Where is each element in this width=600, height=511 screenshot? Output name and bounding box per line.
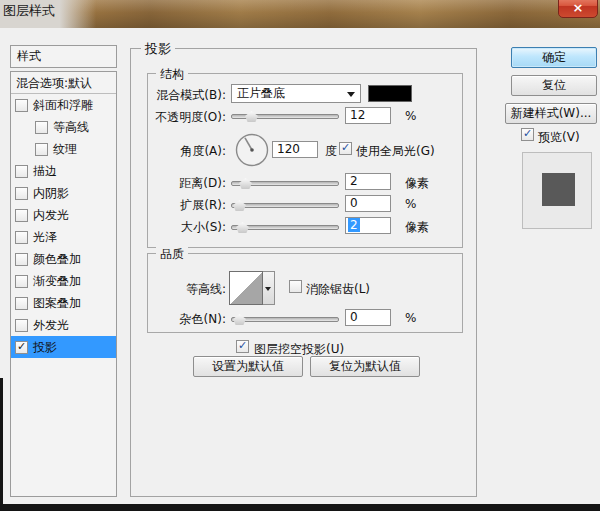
close-icon: × <box>573 0 584 15</box>
window-left-edge <box>0 378 3 504</box>
blend-mode-label: 混合模式(B): <box>128 87 226 104</box>
size-input[interactable]: 2 <box>345 217 391 234</box>
opacity-unit: % <box>405 109 416 123</box>
sidebar-item-color-overlay[interactable]: ✓ 颜色叠加 <box>11 248 116 270</box>
noise-label: 杂色(N): <box>128 311 226 328</box>
sidebar-item-satin[interactable]: ✓ 光泽 <box>11 226 116 248</box>
panel-title: 投影 <box>141 40 175 58</box>
bevel-emboss-checkbox[interactable]: ✓ <box>15 99 28 112</box>
distance-unit: 像素 <box>405 175 429 192</box>
antialias-label: 消除锯齿(L) <box>306 281 370 298</box>
sidebar-item-label: 内发光 <box>33 207 69 224</box>
sidebar-item-label: 纹理 <box>53 141 77 158</box>
contour-picker[interactable] <box>229 271 263 305</box>
noise-slider[interactable] <box>231 317 339 322</box>
contour-picker-label: 等高线: <box>128 281 226 298</box>
contour-checkbox[interactable]: ✓ <box>35 121 48 134</box>
sidebar-item-bevel-emboss[interactable]: ✓ 斜面和浮雕 <box>11 94 116 116</box>
sidebar-item-label: 图案叠加 <box>33 295 81 312</box>
sidebar-item-inner-glow[interactable]: ✓ 内发光 <box>11 204 116 226</box>
sidebar-item-label: 斜面和浮雕 <box>33 97 93 114</box>
antialias-checkbox[interactable]: ✓ <box>289 280 302 293</box>
reset-default-button[interactable]: 复位为默认值 <box>310 356 420 377</box>
sidebar-item-stroke[interactable]: ✓ 描边 <box>11 160 116 182</box>
close-button[interactable]: × <box>558 0 598 18</box>
sidebar-item-pattern-overlay[interactable]: ✓ 图案叠加 <box>11 292 116 314</box>
sidebar-item-outer-glow[interactable]: ✓ 外发光 <box>11 314 116 336</box>
structure-group-title: 结构 <box>156 66 188 83</box>
sidebar-item-blending-options[interactable]: 混合选项:默认 <box>11 72 116 94</box>
opacity-input[interactable]: 12 <box>345 107 391 124</box>
outer-glow-checkbox[interactable]: ✓ <box>15 319 28 332</box>
angle-input[interactable]: 120 <box>272 141 318 158</box>
sidebar-item-label: 外发光 <box>33 317 69 334</box>
sidebar-item-gradient-overlay[interactable]: ✓ 渐变叠加 <box>11 270 116 292</box>
styles-header-label: 样式 <box>17 49 41 63</box>
window-title: 图层样式 <box>3 2 55 20</box>
drop-shadow-checkbox[interactable]: ✓ <box>15 341 28 354</box>
global-light-label: 使用全局光(G) <box>356 143 435 160</box>
spread-slider[interactable] <box>231 203 339 208</box>
window-bottom-edge <box>0 504 600 511</box>
sidebar-effects-list: 混合选项:默认 ✓ 斜面和浮雕 ✓ 等高线 ✓ 纹理 ✓ 描边 ✓ 内阴影 ✓ … <box>10 71 117 497</box>
shadow-color-swatch[interactable] <box>368 85 412 102</box>
preview-shadow-square <box>542 173 575 206</box>
opacity-label: 不透明度(O): <box>128 109 226 126</box>
sidebar-item-texture[interactable]: ✓ 纹理 <box>11 138 116 160</box>
quality-group-title: 品质 <box>156 246 188 263</box>
distance-input[interactable]: 2 <box>345 173 391 190</box>
knockout-checkbox[interactable]: ✓ <box>236 340 249 353</box>
inner-glow-checkbox[interactable]: ✓ <box>15 209 28 222</box>
texture-checkbox[interactable]: ✓ <box>35 143 48 156</box>
color-overlay-checkbox[interactable]: ✓ <box>15 253 28 266</box>
sidebar-item-label: 投影 <box>33 339 57 356</box>
noise-input[interactable]: 0 <box>345 309 391 326</box>
spread-unit: % <box>405 197 416 211</box>
set-default-button[interactable]: 设置为默认值 <box>193 356 303 377</box>
contour-picker-arrow[interactable] <box>263 271 275 305</box>
chevron-down-icon <box>347 92 355 97</box>
sidebar-item-inner-shadow[interactable]: ✓ 内阴影 <box>11 182 116 204</box>
sidebar-item-label: 等高线 <box>53 119 89 136</box>
preview-thumbnail <box>522 152 592 229</box>
ok-button[interactable]: 确定 <box>511 47 597 68</box>
sidebar-item-contour[interactable]: ✓ 等高线 <box>11 116 116 138</box>
preview-checkbox[interactable]: ✓ <box>521 128 534 141</box>
pattern-overlay-checkbox[interactable]: ✓ <box>15 297 28 310</box>
distance-label: 距离(D): <box>128 175 226 192</box>
blending-options-label: 混合选项:默认 <box>16 76 92 90</box>
blend-mode-select[interactable]: 正片叠底 <box>231 84 361 103</box>
sidebar-item-label: 颜色叠加 <box>33 251 81 268</box>
title-bar: 图层样式 <box>0 0 600 28</box>
new-style-button[interactable]: 新建样式(W)... <box>505 103 597 124</box>
sidebar-item-label: 描边 <box>33 163 57 180</box>
gradient-overlay-checkbox[interactable]: ✓ <box>15 275 28 288</box>
angle-dial[interactable] <box>234 132 270 168</box>
sidebar-item-label: 内阴影 <box>33 185 69 202</box>
stroke-checkbox[interactable]: ✓ <box>15 165 28 178</box>
blend-mode-value: 正片叠底 <box>237 86 285 100</box>
global-light-checkbox[interactable]: ✓ <box>339 142 352 155</box>
spread-input[interactable]: 0 <box>345 195 391 212</box>
satin-checkbox[interactable]: ✓ <box>15 231 28 244</box>
selected-text: 2 <box>348 218 360 232</box>
sidebar-item-label: 光泽 <box>33 229 57 246</box>
preview-label: 预览(V) <box>538 129 580 146</box>
sidebar-item-label: 渐变叠加 <box>33 273 81 290</box>
noise-unit: % <box>405 311 416 325</box>
sidebar-item-drop-shadow[interactable]: ✓ 投影 <box>11 336 116 358</box>
angle-label: 角度(A): <box>128 143 226 160</box>
size-unit: 像素 <box>405 219 429 236</box>
size-label: 大小(S): <box>128 219 226 236</box>
sidebar-styles-header[interactable]: 样式 <box>10 45 117 68</box>
angle-unit: 度 <box>325 143 337 160</box>
spread-label: 扩展(R): <box>128 197 226 214</box>
inner-shadow-checkbox[interactable]: ✓ <box>15 187 28 200</box>
reset-button[interactable]: 复位 <box>511 75 597 96</box>
